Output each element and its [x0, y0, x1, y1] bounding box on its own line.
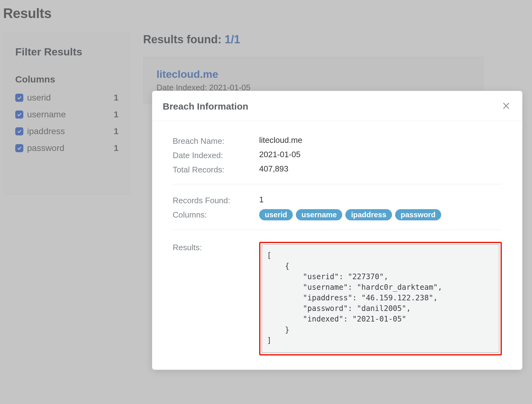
- columns-pill-wrap: userid username ipaddress password: [259, 209, 441, 220]
- label-breach-name: Breach Name:: [173, 135, 259, 146]
- value-records-found: 1: [259, 195, 264, 204]
- modal-title: Breach Information: [163, 101, 248, 112]
- value-breach-name: litecloud.me: [259, 135, 302, 145]
- label-results: Results:: [173, 242, 259, 252]
- column-pill: userid: [259, 209, 293, 220]
- value-date-indexed: 2021-01-05: [259, 150, 301, 159]
- modal-header: Breach Information: [152, 91, 522, 121]
- breach-info-modal: Breach Information Breach Name: liteclou…: [152, 91, 522, 370]
- section-divider: [173, 184, 502, 184]
- label-records-found: Records Found:: [173, 195, 259, 205]
- label-total-records: Total Records:: [173, 164, 259, 175]
- column-pill: username: [296, 209, 342, 220]
- close-button[interactable]: [501, 100, 512, 113]
- label-date-indexed: Date Indexed:: [173, 150, 259, 160]
- close-icon: [502, 101, 511, 110]
- results-highlight-box: [ { "userid": "227370", "username": "har…: [259, 242, 502, 355]
- value-total-records: 407,893: [259, 164, 288, 174]
- column-pill: password: [395, 209, 441, 220]
- modal-body: Breach Name: litecloud.me Date Indexed: …: [152, 121, 522, 355]
- column-pill: ipaddress: [345, 209, 392, 220]
- results-json[interactable]: [ { "userid": "227370", "username": "har…: [262, 244, 499, 353]
- label-columns: Columns:: [173, 209, 259, 220]
- section-divider: [173, 230, 502, 230]
